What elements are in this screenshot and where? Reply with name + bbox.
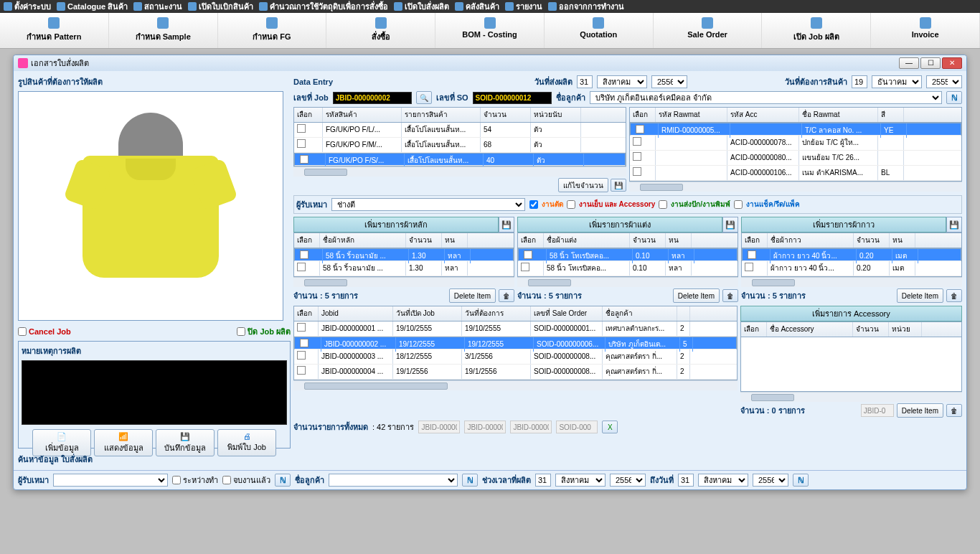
done-checkbox[interactable]: จบงานแล้ว [222, 474, 270, 487]
table-row[interactable]: ผ้ากาว ยาว 40 นิ้ว...0.20เมต [742, 261, 961, 276]
save-main-fabric-icon[interactable]: 💾 [499, 217, 514, 233]
table-row[interactable]: FG/UK/PO F/M/...เสื้อโปโลแขนสั้นห...68ตั… [294, 138, 626, 153]
so-id-input[interactable] [473, 92, 552, 104]
trash-icon[interactable]: 🗑 [946, 289, 962, 302]
trash-icon[interactable]: 🗑 [499, 289, 514, 302]
contractor-select[interactable]: ช่างตี [331, 198, 525, 211]
fix-qty-save-icon[interactable]: 💾 [611, 179, 626, 192]
menu-requisition[interactable]: เปิดใบเบิกสินค้า [188, 1, 253, 12]
delete-glue-fabric-button[interactable]: Delete Item [897, 288, 943, 303]
delete-main-fabric-button[interactable]: Delete Item [449, 288, 496, 303]
cancel-job-checkbox[interactable]: Cancel Job [18, 325, 71, 338]
close-job-checkbox[interactable]: ปิด Job ผลิต [237, 325, 291, 338]
table-row[interactable]: JBID-000000001 ...19/10/255519/10/2555SO… [294, 321, 737, 337]
top-menu: ตั้งค่าระบบ Catalogue สินค้า สถานะงาน เป… [0, 0, 980, 13]
menu-calc[interactable]: คำนวณการใช้วัตถุดิบเพื่อการสั่งซื้อ [259, 1, 388, 12]
table-row[interactable]: ACID-000000080...แขนย้อม T/C 26... [630, 151, 961, 166]
table-row[interactable]: 58 นิ้ว โทเรบิสคอ...0.10หลา [518, 261, 738, 276]
table-row[interactable]: ACID-000000106...เนม ดำKARISMA...BL [630, 166, 961, 181]
ribbon-fg[interactable]: กำหนด FG [218, 13, 327, 48]
ribbon-job[interactable]: เปิด Job ผลิต [762, 13, 871, 48]
ribbon-bom[interactable]: BOM - Costing [435, 13, 545, 48]
table-row[interactable]: 58 นิ้ว ริ้วอนามัย ...1.30หลา [294, 248, 514, 261]
to-year[interactable]: 2556 [753, 474, 788, 487]
table-row[interactable]: JBID-000000003 ...18/12/25553/1/2556SOID… [294, 349, 737, 365]
ribbon-saleorder[interactable]: Sale Order [654, 13, 763, 48]
close-button[interactable]: ✕ [942, 57, 962, 69]
delete-accessory-button[interactable]: Delete Item [897, 403, 943, 418]
accessory-id-input[interactable] [861, 404, 894, 417]
menu-exit[interactable]: ออกจากการทำงาน [548, 1, 624, 12]
notes-panel: หมายเหตุการผลิต 📄เพิ่มข้อมูล 📶แสดงข้อมูล… [18, 341, 291, 449]
job-id-input[interactable] [333, 92, 412, 104]
table-row[interactable]: JBID-000000004 ...19/1/255619/1/2556SOID… [294, 365, 737, 380]
ribbon-sample[interactable]: กำหนด Sample [109, 13, 218, 48]
job-lookup-button[interactable]: 🔍 [416, 91, 432, 104]
task-cut-checkbox[interactable]: งานตัด [529, 199, 565, 210]
table-row[interactable]: 58 นิ้ว ริ้วอนามัย ...1.30หลา [294, 261, 514, 276]
minimize-button[interactable]: — [899, 57, 919, 69]
rawmat-grid[interactable]: เลือกรหัส Rawmatรหัส Accชื่อ RawmatสีRMI… [629, 107, 962, 182]
search-icon[interactable]: ℕ [275, 474, 291, 487]
need-year[interactable]: 2555 [926, 75, 962, 88]
menu-production[interactable]: เปิดใบสั่งผลิต [394, 1, 449, 12]
menu-report[interactable]: รายงาน [505, 1, 542, 12]
menu-warehouse[interactable]: คลังสินค้า [455, 1, 499, 12]
need-month[interactable]: ธันวาคม [872, 75, 922, 88]
filter4-input[interactable] [556, 421, 598, 433]
table-row[interactable]: 58 นิ้ว โทเรบิสคอ...0.10หลา [518, 248, 738, 261]
filter3-input[interactable] [510, 421, 552, 433]
inprogress-checkbox[interactable]: ระหว่างทำ [172, 474, 218, 487]
task-print-checkbox[interactable]: งานส่งปัก/งานพิมพ์ [659, 199, 732, 210]
need-day[interactable] [852, 75, 867, 88]
ribbon-po[interactable]: สั่งซื้อ [326, 13, 435, 48]
accessory-grid[interactable]: เลือกชื่อ Accessoryจำนวนหน่วย [740, 321, 962, 392]
maximize-button[interactable]: ☐ [920, 57, 941, 69]
menu-catalogue[interactable]: Catalogue สินค้า [57, 1, 128, 12]
fg-grid[interactable]: เลือกรหัสสินค้ารายการสินค้าจำนวนหน่วยนับ… [293, 107, 626, 166]
task-sew-checkbox[interactable]: งานเย็บ และ Accessory [567, 199, 656, 210]
task-pack-checkbox[interactable]: งานแช็ค/รีด/แพ็ค [734, 199, 801, 210]
trash-icon[interactable]: 🗑 [722, 289, 738, 302]
main-fabric-grid[interactable]: เลือกชื่อผ้าหลักจำนวนหน58 นิ้ว ริ้วอนามั… [293, 233, 514, 277]
table-row[interactable]: ผ้ากาว ยาว 40 นิ้ว...0.20เมต [742, 248, 961, 261]
fix-qty-button[interactable]: แก้ไขจำนวน [558, 178, 608, 192]
save-glue-fabric-icon[interactable]: 💾 [946, 217, 962, 233]
send-year[interactable]: 2556 [651, 75, 687, 88]
to-month[interactable]: สิงหาคม [698, 474, 748, 487]
production-window: เอกสารใบสั่งผลิต — ☐ ✕ รูปสินค้าที่ต้องก… [13, 55, 967, 490]
table-row[interactable]: RMID-00000005...T/C ลาคอส No. ...YE [630, 123, 961, 136]
deco-fabric-grid[interactable]: เลือกชื่อผ้าแต่งจำนวนหน58 นิ้ว โทเรบิสคอ… [517, 233, 738, 277]
search-icon[interactable]: ℕ [462, 474, 478, 487]
save-deco-fabric-icon[interactable]: 💾 [722, 217, 738, 233]
excel-export-icon[interactable]: X [602, 421, 618, 433]
customer-rss-button[interactable]: ℕ [946, 91, 962, 104]
ribbon-pattern[interactable]: กำหนด Pattern [0, 13, 109, 48]
history-grid[interactable]: เลือกJobidวันที่เปิด Jobวันที่ต้องการเลข… [293, 306, 738, 380]
menu-settings[interactable]: ตั้งค่าระบบ [4, 1, 51, 12]
menu-status[interactable]: สถานะงาน [133, 1, 182, 12]
ribbon-invoice[interactable]: Invoice [871, 13, 980, 48]
notes-textarea[interactable] [22, 360, 287, 425]
trash-icon[interactable]: 🗑 [946, 404, 962, 417]
banner-glue-fabric: เพิ่มรายการผ้ากาว [741, 217, 946, 233]
delete-deco-fabric-button[interactable]: Delete Item [673, 288, 720, 303]
table-row[interactable]: JBID-000000002 ...19/12/255519/12/2555SO… [294, 337, 737, 349]
from-year[interactable]: 2556 [610, 474, 646, 487]
search-icon[interactable]: ℕ [793, 474, 809, 487]
table-row[interactable]: FG/UK/PO F/S/...เสื้อโปโลแขนสั้นห...40ตั… [294, 153, 626, 166]
customer-select[interactable]: บริษัท ภูเก็ตอินเตอร์เคมีคอล จำกัด [590, 91, 942, 104]
search-contractor-select[interactable] [53, 474, 168, 487]
send-day[interactable] [577, 75, 593, 88]
table-row[interactable]: FG/UK/PO F/L/...เสื้อโปโลแขนสั้นห...54ตั… [294, 123, 626, 138]
glue-fabric-grid[interactable]: เลือกชื่อผ้ากาวจำนวนหนผ้ากาว ยาว 40 นิ้ว… [741, 233, 962, 277]
filter2-input[interactable] [464, 421, 506, 433]
table-row[interactable]: ACID-000000078...ปกย้อม T/C ผู้ให... [630, 136, 961, 151]
product-image [18, 91, 283, 321]
send-month[interactable]: สิงหาคม [597, 75, 647, 88]
from-day[interactable] [535, 474, 551, 487]
to-day[interactable] [678, 474, 694, 487]
from-month[interactable]: สิงหาคม [555, 474, 606, 487]
ribbon-quotation[interactable]: Quotation [545, 13, 654, 48]
filter1-input[interactable] [418, 421, 460, 433]
